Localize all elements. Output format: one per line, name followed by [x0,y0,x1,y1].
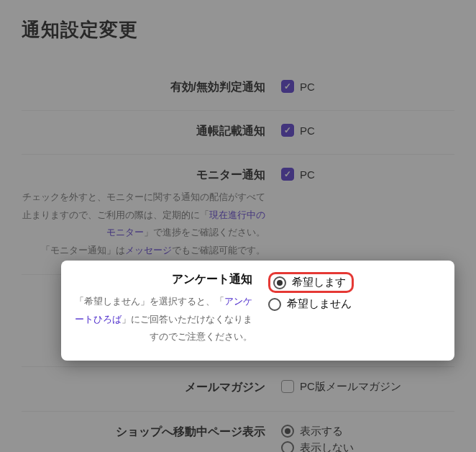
radio-label-survey-yes: 希望します [292,276,346,289]
row-title-valid: 有効/無効判定通知 [22,80,265,95]
callout-survey-yes: 希望します [268,272,354,293]
checkbox-passbook-pc[interactable] [281,124,294,137]
row-title-passbook: 通帳記載通知 [22,124,265,139]
page-title: 通知設定変更 [22,17,454,42]
radio-survey-no[interactable] [268,298,281,311]
checkbox-label-mailmag-pc: PC版メールマガジン [300,380,401,394]
radio-label-redirect-show: 表示する [300,425,343,438]
checkbox-valid-pc[interactable] [281,80,294,93]
radio-redirect-show[interactable] [281,425,294,438]
radio-label-redirect-hide: 表示しない [300,441,354,452]
radio-label-survey-no: 希望しません [287,297,352,311]
row-monitor: モニター通知 チェックを外すと、モニターに関する通知の配信がすべて止まりますので… [22,154,454,274]
checkbox-label-passbook-pc: PC [300,125,315,137]
radio-survey-yes[interactable] [273,276,286,289]
checkbox-monitor-pc[interactable] [281,168,294,181]
row-title-redirect: ショップへ移動中ページ表示 [22,425,265,440]
checkbox-mailmag-pc[interactable] [281,380,294,393]
row-survey-highlight: アンケート通知 「希望しません」を選択すると、「アンケートひろば」にご回答いただ… [61,261,454,361]
row-title-survey: アンケート通知 [70,272,252,287]
row-passbook: 通帳記載通知 PC [22,110,454,154]
row-title-monitor: モニター通知 [22,168,265,183]
survey-desc: 「希望しません」を選択すると、「アンケートひろば」にご回答いただけなくなりますの… [70,293,252,346]
row-mailmag: メールマガジン PC版メールマガジン [22,366,454,411]
radio-redirect-hide[interactable] [281,441,294,452]
checkbox-label-monitor-pc: PC [300,168,315,181]
checkbox-label-valid-pc: PC [300,81,315,93]
monitor-desc: チェックを外すと、モニターに関する通知の配信がすべて止まりますので、ご利用の際は… [22,189,265,260]
row-valid-invalid: 有効/無効判定通知 PC [22,63,454,110]
row-title-mailmag: メールマガジン [22,380,265,395]
row-redirect: ショップへ移動中ページ表示 表示する 表示しない [22,411,454,452]
link-message[interactable]: メッセージ [125,245,172,256]
